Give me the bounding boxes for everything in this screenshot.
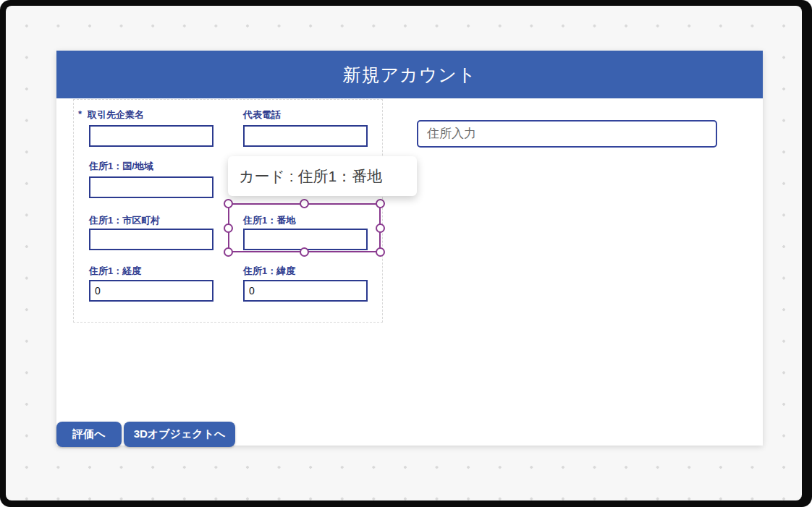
resize-handle-e[interactable] <box>376 223 385 233</box>
field-city-label: 住所1：市区町村 <box>89 214 160 227</box>
city-input[interactable] <box>89 229 213 250</box>
field-longitude-label: 住所1：経度 <box>89 265 141 278</box>
go-evaluate-button[interactable]: 評価へ <box>56 422 122 447</box>
resize-handle-nw[interactable] <box>224 199 233 208</box>
field-phone-label: 代表電話 <box>243 108 281 122</box>
longitude-input[interactable] <box>89 280 213 302</box>
resize-handle-n[interactable] <box>300 199 309 208</box>
form-title: 新規アカウント <box>343 63 477 87</box>
resize-handle-w[interactable] <box>224 223 233 233</box>
field-country-region-label: 住所1：国/地域 <box>89 160 153 173</box>
new-account-form-screen: 新規アカウント * 取引先企業名 代表電話 住所1：国/地域 住所1：市区町村 … <box>56 51 763 446</box>
country-region-input[interactable] <box>89 176 213 198</box>
resize-handle-sw[interactable] <box>224 247 233 257</box>
design-canvas[interactable]: 新規アカウント * 取引先企業名 代表電話 住所1：国/地域 住所1：市区町村 … <box>6 6 802 500</box>
account-name-input[interactable] <box>89 125 213 147</box>
form-header-bar[interactable]: 新規アカウント <box>56 51 763 98</box>
go-3d-object-button[interactable]: 3Dオブジェクトへ <box>124 422 235 447</box>
field-street-label: 住所1：番地 <box>243 214 295 227</box>
required-marker: * <box>78 108 82 119</box>
selected-card-tooltip: カード : 住所1：番地 <box>228 156 417 196</box>
address-search-input[interactable] <box>417 120 717 148</box>
field-label-text: 取引先企業名 <box>88 108 144 122</box>
field-account-name-label: * 取引先企業名 <box>78 108 144 122</box>
resize-handle-ne[interactable] <box>376 199 385 208</box>
resize-handle-se[interactable] <box>376 247 385 257</box>
field-latitude-label: 住所1：緯度 <box>243 265 295 278</box>
resize-handle-s[interactable] <box>300 247 309 257</box>
app-frame: 新規アカウント * 取引先企業名 代表電話 住所1：国/地域 住所1：市区町村 … <box>0 0 812 507</box>
phone-input[interactable] <box>243 125 368 147</box>
latitude-input[interactable] <box>243 280 368 302</box>
